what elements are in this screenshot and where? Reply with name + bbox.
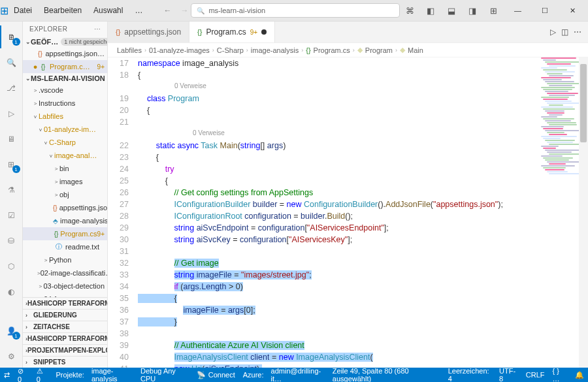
activity-explorer-icon[interactable]: 🗎1 [0,25,23,48]
tree-item[interactable]: >obj [23,188,107,201]
editor-tab[interactable]: {}Program.cs9+ [189,22,275,42]
title-bar: ⊞ Datei Bearbeiten Auswahl … ← → ms-lear… [0,0,588,22]
open-editors-section[interactable]: ⌄GEÖF… 1 nicht gespeichert [23,37,107,47]
status-errors[interactable]: ⊘ 0 [18,367,29,383]
activity-remote-icon[interactable]: 🖥 [0,127,23,150]
sidebar-section[interactable]: ›HASHICORP TERRAFORM: … [23,332,107,344]
status-debug[interactable]: Debug Any CPU [140,367,189,382]
layout-left-icon[interactable]: ◧ [421,1,440,20]
layout-right-icon[interactable]: ◨ [463,1,482,20]
activity-bar: 🗎1 🔍 ⎇ ▷ 🖥 ⊞1 ⚗ ☑ ⛁ ⬡ ◐ 👤1 ⚙ [0,22,23,368]
status-connect[interactable]: 📡 Connect [197,371,235,379]
tree-item[interactable]: >04-face [23,293,107,297]
split-icon[interactable]: ◫ [561,27,568,37]
activity-run-debug-icon[interactable]: ▷ [0,102,23,125]
status-bar: ⇄ ⊘ 0 ⚠ 0 Projekte: image-analysis Debug… [0,368,588,382]
search-box[interactable]: ms-learn-ai-vision [191,3,400,18]
explorer-more-icon[interactable]: ⋯ [94,25,101,33]
tree-item[interactable]: >.vscode [23,84,107,97]
scrollbar[interactable] [579,57,588,368]
tree-item[interactable]: vimage-anal… [23,149,107,162]
workspace-root[interactable]: ⌄MS-LEARN-AI-VISION [23,73,107,84]
tree-item[interactable]: >03-object-detection [23,279,107,293]
editor-area: {}appsettings.json{}Program.cs9+▷◫⋯ Labf… [108,22,588,368]
command-center: ms-learn-ai-vision [191,3,400,18]
breadcrumb-item[interactable]: 01-analyze-images [149,46,210,54]
status-projects[interactable]: Projekte: image-analysis [56,367,133,382]
tree-item[interactable]: v01-analyze-im… [23,123,107,136]
nav-back-icon[interactable]: ← [161,4,174,17]
menu-bar: Datei Bearbeiten Auswahl … [8,3,148,18]
layout-bottom-icon[interactable]: ⬓ [442,1,461,20]
status-spaces[interactable]: Leerzeichen: 4 [448,367,491,382]
activity-accounts-icon[interactable]: 👤1 [0,319,23,342]
tree-item[interactable]: >Python [23,253,107,266]
tree-item[interactable]: >Instructions [23,97,107,110]
tree-item[interactable]: vC-Sharp [23,136,107,149]
status-eol[interactable]: CRLF [526,371,545,379]
status-position[interactable]: Zeile 49, Spalte 80 (680 ausgewählt) [333,367,440,382]
activity-settings-icon[interactable]: ⚙ [0,345,23,368]
status-encoding[interactable]: UTF-8 [499,367,518,382]
breadcrumb-item[interactable]: Program.cs [314,46,350,54]
run-icon[interactable]: ▷ [550,27,556,37]
minimap[interactable] [541,57,579,319]
window-maximize[interactable]: ☐ [532,1,558,20]
activity-testing-icon[interactable]: ⚗ [0,178,23,201]
tree-item[interactable]: ⬘image-analysis… [23,214,107,227]
menu-more[interactable]: … [129,3,148,18]
tree-item[interactable]: >bin [23,162,107,175]
tree-item[interactable]: {}appsettings.json [23,201,107,214]
status-azure[interactable]: Azure: admin@drilling-it… [243,367,325,382]
copilot-icon[interactable]: ⌘ [400,1,419,20]
tree-item[interactable]: vLabfiles [23,110,107,123]
open-editor-item[interactable]: {}appsettings.json… [23,47,107,60]
menu-edit[interactable]: Bearbeiten [39,3,87,18]
explorer-title: EXPLORER [29,25,67,33]
sidebar-section[interactable]: ›HASHICORP TERRAFORM: … [23,297,107,309]
line-gutter: 1718192021222324252627282930313233343536… [108,57,135,368]
activity-hex-icon[interactable]: ⬡ [0,255,23,278]
breadcrumb-item[interactable]: Program [365,46,393,54]
activity-database-icon[interactable]: ⛁ [0,229,23,252]
tree-item[interactable]: >02-image-classificati… [23,266,107,279]
status-lang[interactable]: { } … [553,367,568,382]
sidebar-section[interactable]: ›SNIPPETS [23,356,107,368]
tree-item[interactable]: ⓘreadme.txt [23,240,107,253]
sidebar-section[interactable]: ›GLIEDERUNG [23,309,107,321]
activity-source-control-icon[interactable]: ⎇ [0,76,23,99]
activity-todo-icon[interactable]: ☑ [0,204,23,227]
window-close[interactable]: ✕ [559,1,585,20]
sidebar-section[interactable]: ›ZEITACHSE [23,321,107,332]
status-remote[interactable]: ⇄ [4,371,10,379]
activity-extensions-icon[interactable]: ⊞1 [0,153,23,176]
breadcrumb-item[interactable]: Main [408,46,423,54]
nav-fwd-icon[interactable]: → [178,4,191,17]
nav-arrows: ← → [161,4,191,17]
open-editor-item[interactable]: ●{}Program.c…9+ [23,60,107,73]
breadcrumb[interactable]: Labfiles›01-analyze-images›C-Sharp›image… [108,43,588,57]
explorer-sidebar: EXPLORER ⋯ ⌄GEÖF… 1 nicht gespeichert {}… [23,22,108,368]
code-editor[interactable]: 1718192021222324252627282930313233343536… [108,57,588,368]
breadcrumb-item[interactable]: Labfiles [117,46,142,54]
menu-file[interactable]: Datei [8,3,37,18]
tab-more-icon[interactable]: ⋯ [574,27,581,37]
menu-selection[interactable]: Auswahl [88,3,128,18]
scroll-thumb[interactable] [580,64,587,142]
breadcrumb-item[interactable]: C-Sharp [217,46,244,54]
tree-item[interactable]: >images [23,175,107,188]
editor-tab[interactable]: {}appsettings.json [108,22,189,42]
activity-search-icon[interactable]: 🔍 [0,51,23,74]
window-minimize[interactable]: — [504,1,531,20]
status-bell-icon[interactable]: 🔔 [575,371,584,379]
sidebar-section[interactable]: ›PROJEKTMAPPEN-EXPLOR… [23,344,107,356]
tree-item[interactable]: {}Program.cs9+ [23,227,107,240]
vscode-logo-icon: ⊞ [0,5,8,17]
activity-pie-icon[interactable]: ◐ [0,280,23,303]
tab-bar: {}appsettings.json{}Program.cs9+▷◫⋯ [108,22,588,43]
breadcrumb-item[interactable]: image-analysis [251,46,299,54]
status-warnings[interactable]: ⚠ 0 [37,367,48,383]
layout-custom-icon[interactable]: ⊞ [483,1,503,20]
